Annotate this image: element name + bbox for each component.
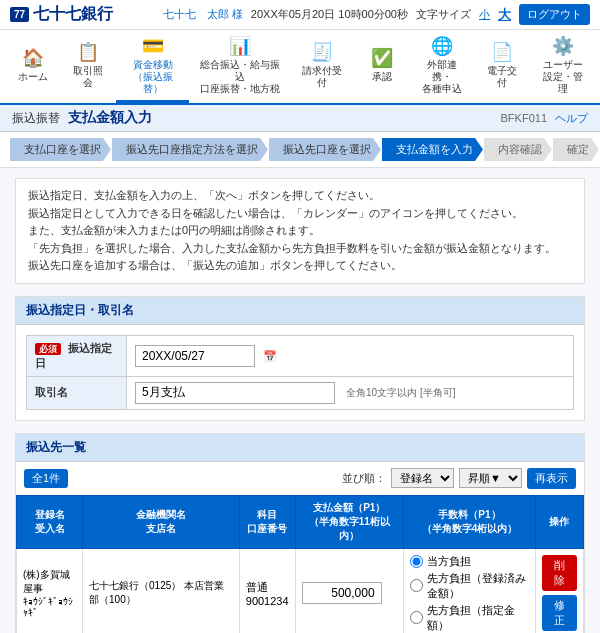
- nav-bar: 🏠 ホーム 📋 取引照会 💳 資金移動（振込振替） 📊 総合振込・給与振込口座振…: [0, 30, 600, 105]
- table-body: (株)多賀城屋事 ｷｮｳｼﾞｷﾞｮｳｼｬｷﾞ 七十七銀行（0125） 本店営業部…: [17, 548, 584, 633]
- nav-transfer-label: 資金移動（振込振替）: [126, 59, 180, 95]
- fee-label-3: 先方負担（指定金額）: [427, 603, 529, 633]
- page-title-area: 振込振替 支払金額入力: [12, 109, 152, 127]
- cell-operation: 削除 修正: [535, 548, 583, 633]
- step-1[interactable]: 支払口座を選択: [10, 138, 112, 161]
- nav-transactions[interactable]: 📋 取引照会: [60, 30, 116, 103]
- help-button[interactable]: ヘルプ: [555, 111, 588, 126]
- table-row: (株)多賀城屋事 ｷｮｳｼﾞｷﾞｮｳｼｬｷﾞ 七十七銀行（0125） 本店営業部…: [17, 548, 584, 633]
- font-small-btn[interactable]: 小: [479, 7, 490, 22]
- row-name: (株)多賀城屋事 ｷｮｳｼﾞｷﾞｮｳｼｬｷﾞ: [23, 568, 76, 618]
- step-3[interactable]: 振込先口座を選択: [269, 138, 382, 161]
- amount-input[interactable]: [302, 582, 382, 604]
- nav-foreign[interactable]: 🌐 外部連携・各種申込: [410, 30, 475, 103]
- nav-electronic-label: 電子交付: [484, 65, 520, 89]
- payment-icon: 🧾: [311, 41, 333, 63]
- page-code: BFKF011: [501, 112, 547, 124]
- date-label-cell: 必須 振込指定日: [27, 335, 127, 376]
- info-line-3: また、支払金額が未入力または0円の明細は削除されます。: [28, 222, 572, 240]
- count-badge: 全1件: [24, 469, 68, 488]
- table-header: 登録名受入名 金融機関名支店名 科目口座番号 支払金額（P1）（半角数字11桁以…: [17, 495, 584, 548]
- step-4-label: 支払金額を入力: [382, 138, 483, 161]
- nav-electronic[interactable]: 📄 電子交付: [474, 30, 530, 103]
- logo-badge: 77: [10, 7, 29, 22]
- calendar-icon[interactable]: 📅: [263, 350, 277, 362]
- row-bank: 七十七銀行（0125） 本店営業部（100）: [89, 579, 233, 607]
- date-form-table: 必須 振込指定日 📅 取引名 全角10文字以内 [半角可]: [26, 335, 574, 410]
- home-icon: 🏠: [22, 47, 44, 69]
- nav-total[interactable]: 📊 総合振込・給与振込口座振替・地方税: [189, 30, 290, 103]
- nav-approval[interactable]: ✅ 承認: [355, 30, 410, 103]
- nav-settings[interactable]: ⚙️ ユーザー設定・管理: [530, 30, 595, 103]
- sort-controls: 並び順： 登録名 昇順▼ 再表示: [342, 468, 576, 489]
- fee-radio-2[interactable]: [410, 579, 423, 592]
- fee-radio-3[interactable]: [410, 611, 423, 624]
- date-value-cell: 📅: [127, 335, 574, 376]
- logout-button[interactable]: ログアウト: [519, 4, 590, 25]
- list-section-body: 全1件 並び順： 登録名 昇順▼ 再表示 登録名受入名 金融機関名支店: [16, 462, 584, 633]
- font-size-label: 文字サイズ: [416, 7, 471, 22]
- sort-label: 並び順：: [342, 471, 386, 486]
- col-bank: 金融機関名支店名: [83, 495, 240, 548]
- nav-settings-label: ユーザー設定・管理: [540, 59, 585, 95]
- order-select[interactable]: 昇順▼: [459, 468, 522, 488]
- info-box: 振込指定日、支払金額を入力の上、「次へ」ボタンを押してください。 振込指定日とし…: [15, 178, 585, 284]
- fee-option-1[interactable]: 当方負担: [410, 554, 529, 569]
- step-6-label: 確定: [553, 138, 599, 161]
- page-category: 振込振替: [12, 110, 60, 127]
- name-input[interactable]: [135, 382, 335, 404]
- page-header-right: BFKF011 ヘルプ: [501, 111, 588, 126]
- user-name: 七十七 太郎 様: [163, 7, 243, 22]
- date-row: 必須 振込指定日 📅: [27, 335, 574, 376]
- foreign-icon: 🌐: [431, 35, 453, 57]
- date-section-header: 振込指定日・取引名: [16, 297, 584, 325]
- bank-logo: 77 七十七銀行: [10, 4, 113, 25]
- steps-bar: 支払口座を選択 振込先口座指定方法を選択 振込先口座を選択 支払金額を入力 内容…: [0, 132, 600, 168]
- step-2[interactable]: 振込先口座指定方法を選択: [112, 138, 269, 161]
- step-6[interactable]: 確定: [553, 138, 600, 161]
- sort-select[interactable]: 登録名: [391, 468, 454, 488]
- page-header: 振込振替 支払金額入力 BFKF011 ヘルプ: [0, 105, 600, 132]
- bank-name: 七十七銀行: [33, 4, 113, 25]
- step-5-label: 内容確認: [484, 138, 552, 161]
- col-amount: 支払金額（P1）（半角数字11桁以内）: [295, 495, 403, 548]
- step-2-label: 振込先口座指定方法を選択: [112, 138, 268, 161]
- nav-payment[interactable]: 🧾 請求付受付: [290, 30, 355, 103]
- fee-label-2: 先方負担（登録済み金額）: [427, 571, 529, 601]
- list-section: 振込先一覧 全1件 並び順： 登録名 昇順▼ 再表示: [15, 433, 585, 633]
- nav-home[interactable]: 🏠 ホーム: [5, 30, 60, 103]
- top-right-area: 七十七 太郎 様 20XX年05月20日 10時00分00秒 文字サイズ 小 大…: [163, 4, 590, 25]
- info-line-2: 振込指定日として入力できる日を確認したい場合は、「カレンダー」のアイコンを押して…: [28, 205, 572, 223]
- total-icon: 📊: [229, 35, 251, 57]
- col-name: 登録名受入名: [17, 495, 83, 548]
- col-operation: 操作: [535, 495, 583, 548]
- date-section-body: 必須 振込指定日 📅 取引名 全角10文字以内 [半角可]: [16, 325, 584, 420]
- page-title: 支払金額入力: [68, 109, 152, 127]
- font-large-btn[interactable]: 大: [498, 6, 511, 24]
- info-line-1: 振込指定日、支払金額を入力の上、「次へ」ボタンを押してください。: [28, 187, 572, 205]
- list-section-header: 振込先一覧: [16, 434, 584, 462]
- date-input[interactable]: [135, 345, 255, 367]
- transfer-icon: 💳: [142, 35, 164, 57]
- edit-button[interactable]: 修正: [542, 595, 577, 631]
- cell-bank: 七十七銀行（0125） 本店営業部（100）: [83, 548, 240, 633]
- step-4[interactable]: 支払金額を入力: [382, 138, 484, 161]
- delete-button[interactable]: 削除: [542, 555, 577, 591]
- reshow-button[interactable]: 再表示: [527, 468, 576, 489]
- settings-icon: ⚙️: [552, 35, 574, 57]
- fee-option-3[interactable]: 先方負担（指定金額）: [410, 603, 529, 633]
- nav-approval-label: 承認: [372, 71, 392, 83]
- nav-payment-label: 請求付受付: [300, 65, 345, 89]
- name-value-cell: 全角10文字以内 [半角可]: [127, 376, 574, 409]
- cell-amount: [295, 548, 403, 633]
- step-5[interactable]: 内容確認: [484, 138, 553, 161]
- nav-transfer[interactable]: 💳 資金移動（振込振替）: [116, 30, 190, 103]
- col-account: 科目口座番号: [239, 495, 295, 548]
- fee-label-1: 当方負担: [427, 554, 471, 569]
- nav-transactions-label: 取引照会: [70, 65, 106, 89]
- fee-option-2[interactable]: 先方負担（登録済み金額）: [410, 571, 529, 601]
- table-controls: 全1件 並び順： 登録名 昇順▼ 再表示: [16, 462, 584, 495]
- fee-radio-1[interactable]: [410, 555, 423, 568]
- info-line-4: 「先方負担」を選択した場合、入力した支払金額から先方負担手数料を引いた金額が振込…: [28, 240, 572, 258]
- cell-fee: 当方負担 先方負担（登録済み金額） 先方負担（指定金額）: [403, 548, 535, 633]
